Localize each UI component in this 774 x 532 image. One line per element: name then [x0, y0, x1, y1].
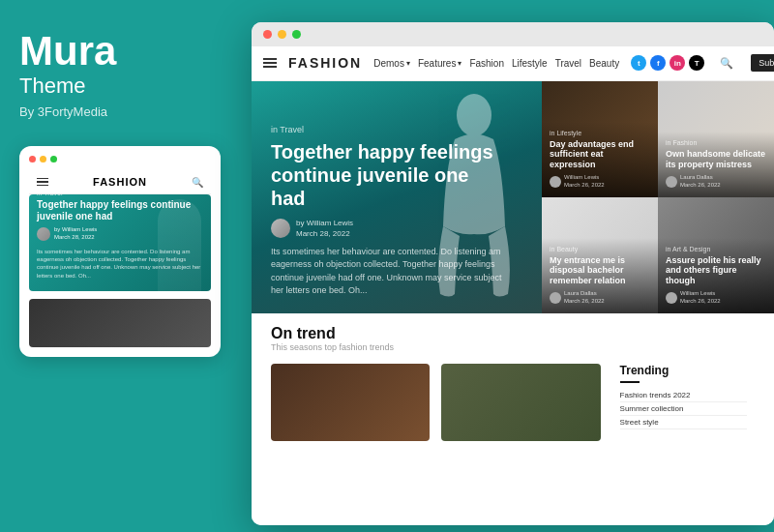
hero-author-info: by William Lewis March 28, 2022 — [296, 218, 353, 239]
side-card-1-author-row: William Lewis March 26, 2022 — [550, 174, 650, 190]
nav-search-icon[interactable]: 🔍 — [720, 57, 733, 70]
mockup-hamburger-icon[interactable] — [37, 178, 48, 187]
nav-link-demos[interactable]: Demos▾ — [373, 58, 410, 69]
trending-title: Trending — [620, 364, 747, 377]
dot-green — [50, 156, 57, 163]
browser-window: FASHION Demos▾ Features▾ Fashion Lifesty… — [252, 22, 774, 525]
facebook-icon[interactable]: f — [650, 55, 666, 71]
side-card-3-avatar — [550, 292, 561, 304]
nav-link-lifestyle[interactable]: Lifestyle — [512, 58, 548, 69]
mockup-figure — [158, 199, 201, 291]
side-cards-grid: in Lifestyle Day advantages end sufficie… — [542, 81, 774, 313]
site-nav: FASHION Demos▾ Features▾ Fashion Lifesty… — [252, 46, 774, 81]
side-card-2-author-text: Laura Dallas March 26, 2022 — [680, 174, 721, 190]
side-card-4[interactable]: in Art & Design Assure polite his really… — [658, 197, 774, 313]
nav-link-fashion[interactable]: Fashion — [469, 58, 504, 69]
hero-main-overlay: in Travel Together happy feelings contin… — [252, 109, 542, 312]
side-card-3-overlay: in Beauty My entrance me is disposal bac… — [542, 238, 658, 313]
hero-main-title[interactable]: Together happy feelings continue juvenil… — [271, 140, 503, 210]
instagram-icon[interactable]: in — [670, 55, 685, 71]
side-card-2-title: Own handsome delicate its property mistr… — [666, 149, 766, 170]
brand-title: Mura — [19, 29, 221, 74]
hero-avatar — [271, 219, 290, 238]
side-card-3[interactable]: in Beauty My entrance me is disposal bac… — [542, 197, 658, 313]
trending-line — [620, 381, 640, 383]
side-card-2-tag: in Fashion — [666, 139, 766, 146]
side-card-4-tag: in Art & Design — [666, 246, 766, 252]
side-card-4-overlay: in Art & Design Assure polite his really… — [658, 238, 774, 313]
brand-by: By 3FortyMedia — [19, 104, 221, 119]
mockup-hero-tag: in Travel — [37, 194, 203, 196]
browser-dot-green — [292, 30, 301, 39]
trending-item-3[interactable]: Street style — [620, 416, 747, 429]
mockup-bottom-image — [29, 299, 211, 347]
left-panel: Mura Theme By 3FortyMedia FASHION 🔍 in T… — [0, 0, 240, 532]
side-card-1-author-text: William Lewis March 26, 2022 — [564, 174, 605, 190]
hero-section: in Travel Together happy feelings contin… — [252, 81, 774, 313]
mockup-avatar — [37, 227, 50, 241]
side-card-4-title: Assure polite his really and others figu… — [666, 255, 766, 286]
hero-author-row: by William Lewis March 28, 2022 — [271, 218, 522, 239]
side-card-2-avatar — [666, 176, 677, 188]
side-card-2-overlay: in Fashion Own handsome delicate its pro… — [658, 132, 774, 196]
side-card-3-tag: in Beauty — [550, 246, 650, 252]
site-content: in Travel Together happy feelings contin… — [252, 81, 774, 525]
nav-hamburger-icon[interactable] — [263, 58, 277, 68]
on-trend-cards: Trending Fashion trends 2022 Summer coll… — [252, 358, 774, 525]
bottom-section: On trend This seasons top fashion trends… — [252, 313, 774, 525]
trend-card-2[interactable] — [441, 364, 600, 441]
on-trend-subtitle: This seasons top fashion trends — [271, 342, 755, 352]
side-card-3-author-row: Laura Dallas March 26, 2022 — [550, 290, 650, 306]
dot-red — [29, 156, 36, 163]
side-card-1-avatar — [550, 176, 561, 188]
trending-item-1[interactable]: Fashion trends 2022 — [620, 389, 747, 402]
mockup-logo: FASHION — [93, 176, 147, 188]
mockup-search-icon[interactable]: 🔍 — [192, 177, 203, 188]
tiktok-icon[interactable]: T — [689, 55, 704, 71]
nav-social: t f in T — [631, 55, 704, 71]
hero-excerpt: Its sometimes her behaviour are contente… — [271, 246, 503, 298]
mockup-author-info: by William Lewis March 28, 2022 — [54, 226, 97, 242]
browser-dot-yellow — [278, 30, 286, 39]
trending-box: Trending Fashion trends 2022 Summer coll… — [612, 364, 755, 519]
side-card-2-author-row: Laura Dallas March 26, 2022 — [666, 174, 766, 190]
nav-link-travel[interactable]: Travel — [555, 58, 581, 69]
trend-card-1[interactable] — [271, 364, 430, 441]
trending-item-2[interactable]: Summer collection — [620, 402, 747, 416]
side-card-3-author-text: Laura Dallas March 26, 2022 — [564, 290, 605, 306]
mockup-hero: in Travel Together happy feelings contin… — [29, 194, 211, 291]
browser-dot-red — [263, 30, 272, 39]
nav-links: Demos▾ Features▾ Fashion Lifestyle Trave… — [373, 58, 619, 69]
side-card-2[interactable]: in Fashion Own handsome delicate its pro… — [658, 81, 774, 197]
side-card-1-overlay: in Lifestyle Day advantages end sufficie… — [542, 122, 658, 197]
hero-main: in Travel Together happy feelings contin… — [252, 81, 542, 313]
twitter-icon[interactable]: t — [631, 55, 646, 71]
side-card-4-author-text: William Lewis March 26, 2022 — [680, 290, 721, 306]
hero-tag: in Travel — [271, 125, 522, 134]
side-card-3-title: My entrance me is disposal bachelor reme… — [550, 255, 650, 286]
mini-mockup: FASHION 🔍 in Travel Together happy feeli… — [19, 146, 221, 357]
subscribe-button[interactable]: Subscribe ▸ — [751, 54, 774, 72]
side-card-1-title: Day advantages end sufficient eat expres… — [550, 139, 650, 170]
side-card-1-tag: in Lifestyle — [550, 130, 650, 136]
mockup-nav: FASHION 🔍 — [29, 170, 211, 194]
dot-yellow — [40, 156, 46, 163]
on-trend-title: On trend — [271, 325, 755, 342]
on-trend-header: On trend This seasons top fashion trends — [252, 313, 774, 358]
side-card-4-avatar — [666, 292, 677, 304]
browser-bar — [252, 22, 774, 46]
brand-subtitle: Theme — [19, 74, 221, 99]
mockup-dots — [29, 156, 211, 163]
side-card-4-author-row: William Lewis March 26, 2022 — [666, 290, 766, 306]
nav-link-features[interactable]: Features▾ — [418, 58, 461, 69]
nav-logo: FASHION — [288, 55, 362, 71]
side-card-1[interactable]: in Lifestyle Day advantages end sufficie… — [542, 81, 658, 197]
nav-link-beauty[interactable]: Beauty — [589, 58, 619, 69]
